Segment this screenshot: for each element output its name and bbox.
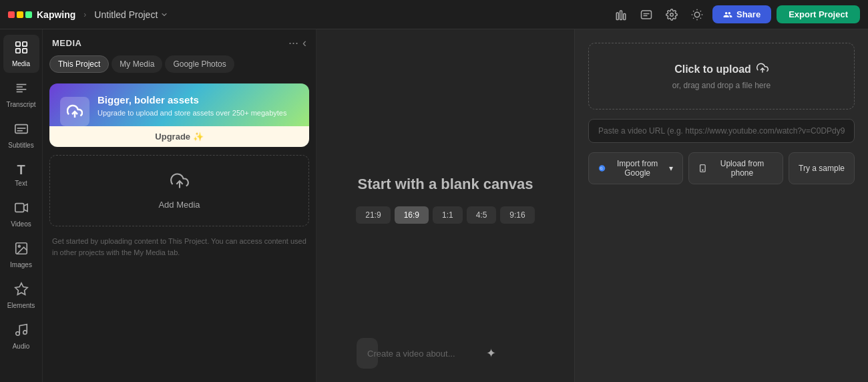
tab-my-media[interactable]: My Media (112, 55, 162, 73)
text-label: Text (15, 180, 27, 187)
svg-line-14 (693, 17, 694, 18)
sidebar-item-transcript[interactable]: Transcript (3, 75, 39, 114)
upgrade-button[interactable]: Upgrade ✨ (155, 132, 203, 142)
upload-dropzone[interactable]: Click to upload or, drag and drop a file… (588, 43, 855, 110)
left-navigation: Media Transcript Subtitles T Text Videos (0, 29, 43, 382)
transcript-label: Transcript (6, 101, 35, 108)
export-button[interactable]: Export Project (777, 5, 860, 23)
svg-marker-28 (23, 204, 27, 212)
transcript-icon (14, 81, 29, 99)
ai-video-input[interactable] (367, 349, 479, 359)
upgrade-card-bg: Bigger, bolder assets Upgrade to upload … (49, 83, 309, 126)
try-sample-button[interactable]: Try a sample (789, 152, 855, 184)
share-icon-btn[interactable] (611, 5, 631, 25)
canvas-title: Start with a blank canvas (358, 176, 533, 193)
svg-rect-18 (15, 49, 19, 53)
images-icon (14, 241, 29, 259)
svg-line-11 (700, 17, 701, 18)
subtitles-icon (14, 122, 29, 140)
sidebar-collapse-button[interactable]: ‹ (302, 36, 306, 50)
upload-panel: Click to upload or, drag and drop a file… (574, 29, 868, 382)
url-input[interactable] (588, 119, 855, 143)
project-name[interactable]: Untitled Project (94, 9, 168, 20)
aspect-ratio-21-9[interactable]: 21:9 (356, 206, 390, 224)
svg-rect-19 (22, 49, 26, 53)
upgrade-icon (60, 97, 89, 126)
main-layout: Media Transcript Subtitles T Text Videos (0, 29, 868, 382)
sidebar-item-audio[interactable]: Audio (3, 317, 39, 355)
chevron-down-icon (160, 11, 168, 19)
sidebar-title: MEDIA (52, 38, 81, 48)
aspect-ratio-1-1[interactable]: 1:1 (433, 206, 463, 224)
google-icon: G (598, 164, 606, 173)
upgrade-title: Bigger, bolder assets (97, 94, 286, 106)
add-media-card[interactable]: Add Media (49, 155, 309, 226)
sidebar-item-videos[interactable]: Videos (3, 195, 39, 233)
elements-icon (14, 282, 29, 300)
logo-square-1 (8, 11, 15, 18)
sidebar-header: MEDIA ··· ‹ (43, 29, 316, 55)
subtitles-label: Subtitles (8, 142, 33, 149)
videos-label: Videos (11, 220, 31, 228)
svg-rect-2 (624, 13, 626, 19)
sidebar-item-text[interactable]: T Text (3, 157, 39, 192)
audio-icon (14, 323, 29, 341)
svg-point-30 (18, 245, 20, 247)
topbar: Kapwing › Untitled Project Share Export … (0, 0, 868, 29)
svg-line-10 (693, 11, 694, 11)
ai-video-input-wrap: ✦ (357, 338, 378, 369)
sidebar-help-text: Get started by uploading content to This… (49, 233, 309, 260)
svg-line-15 (700, 11, 701, 11)
upload-main-text: Click to upload (674, 62, 769, 77)
audio-label: Audio (13, 343, 30, 350)
add-media-icon (170, 172, 189, 194)
aspect-ratio-16-9[interactable]: 16:9 (395, 206, 429, 224)
upload-sub-text: or, drag and drop a file here (672, 81, 771, 90)
svg-rect-0 (616, 13, 618, 20)
sidebar-content: Bigger, bolder assets Upgrade to upload … (43, 78, 316, 382)
svg-rect-1 (620, 11, 622, 20)
theme-toggle-btn[interactable] (687, 5, 707, 25)
breadcrumb-separator: › (83, 10, 86, 19)
captions-icon-btn[interactable] (636, 5, 656, 25)
sidebar-tabs: This Project My Media Google Photos (43, 55, 316, 78)
upload-arrow-icon (756, 62, 769, 77)
media-sidebar: MEDIA ··· ‹ This Project My Media Google… (43, 29, 316, 382)
aspect-ratio-9-16[interactable]: 9:16 (500, 206, 534, 224)
sidebar-item-elements[interactable]: Elements (3, 276, 39, 315)
upgrade-description: Upgrade to upload and store assets over … (97, 108, 286, 118)
videos-icon (14, 200, 29, 218)
svg-rect-16 (15, 42, 19, 46)
add-media-label: Add Media (158, 200, 200, 210)
media-label: Media (12, 60, 30, 67)
svg-point-32 (15, 332, 19, 336)
sidebar-item-subtitles[interactable]: Subtitles (3, 116, 39, 154)
sidebar-item-media[interactable]: Media (3, 35, 39, 73)
canvas-area: Start with a blank canvas 21:9 16:9 1:1 … (316, 29, 574, 382)
svg-rect-27 (15, 204, 23, 212)
images-label: Images (10, 261, 32, 268)
settings-icon-btn[interactable] (662, 5, 682, 25)
svg-point-40 (702, 170, 703, 170)
upload-phone-button[interactable]: Upload from phone (688, 152, 783, 184)
logo-square-3 (25, 11, 32, 18)
tab-this-project[interactable]: This Project (49, 55, 109, 73)
sidebar-more-button[interactable]: ··· (288, 36, 298, 50)
ai-sparkle-icon: ✦ (486, 346, 496, 361)
elements-label: Elements (7, 302, 35, 309)
svg-point-7 (694, 12, 700, 17)
aspect-ratio-row: 21:9 16:9 1:1 4:5 9:16 (356, 206, 534, 224)
phone-icon (698, 164, 707, 173)
svg-rect-24 (15, 125, 27, 134)
text-icon: T (17, 162, 25, 178)
aspect-ratio-4-5[interactable]: 4:5 (467, 206, 497, 224)
share-button[interactable]: Share (712, 5, 771, 23)
dropdown-chevron-icon: ▾ (669, 164, 673, 173)
media-icon (14, 40, 29, 58)
upgrade-btn-row: Upgrade ✨ (49, 126, 309, 147)
app-logo: Kapwing (8, 9, 75, 20)
brand-name: Kapwing (37, 9, 75, 20)
import-google-button[interactable]: G Import from Google ▾ (588, 152, 683, 184)
sidebar-item-images[interactable]: Images (3, 236, 39, 274)
tab-google-photos[interactable]: Google Photos (165, 55, 234, 73)
